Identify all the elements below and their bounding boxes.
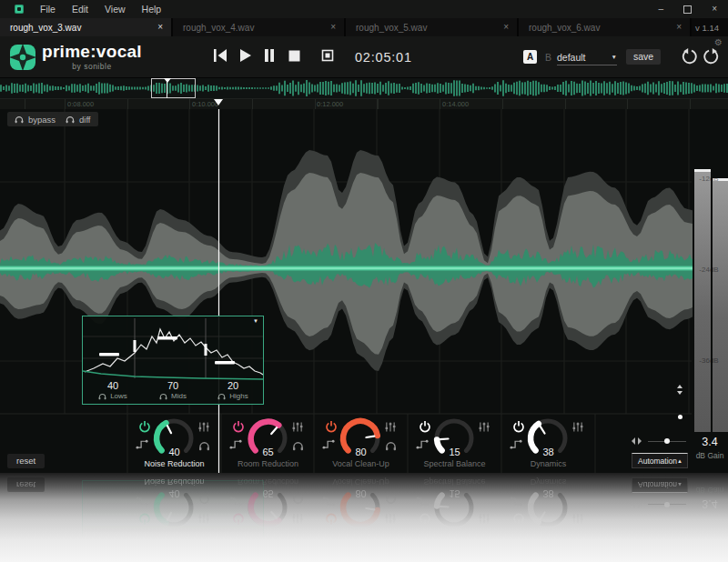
automation-dropdown[interactable]: Automation ▲ (632, 477, 688, 493)
lows-label: Lows (110, 392, 127, 400)
tab-close-icon[interactable]: × (676, 23, 682, 32)
collapse-popup-icon[interactable]: ▼ (253, 318, 258, 324)
module-spectral-balance: 15 Spectral Balance (408, 414, 501, 473)
knob-value: 15 (408, 488, 501, 499)
knob-value: 15 (408, 447, 501, 457)
mids-solo[interactable]: Mids (143, 392, 203, 400)
gear-icon[interactable]: ⚙ (714, 37, 723, 47)
menu-file[interactable]: File (40, 4, 56, 15)
settings-sliders-icon[interactable] (198, 421, 209, 433)
overview-playhead-handle[interactable] (164, 78, 171, 83)
time-ruler[interactable]: 0:08.000 0:10.000 0:12.000 0:14.000 (0, 98, 728, 109)
minimize-icon[interactable]: – (659, 5, 664, 14)
settings-sliders-icon[interactable] (479, 513, 490, 525)
solo-headphones-icon[interactable] (198, 441, 210, 451)
solo-headphones-icon[interactable] (292, 495, 304, 505)
ruler-label: 0:14.000 (442, 100, 469, 108)
module-noise-reduction: 40 Noise Reduction (127, 414, 221, 473)
spectral-editor-popup[interactable]: ▼ 40 70 20 L (82, 316, 264, 405)
reset-button[interactable]: reset (7, 477, 45, 492)
menu-help[interactable]: Help (142, 4, 162, 15)
waveform-overview[interactable] (0, 78, 728, 98)
stop-button[interactable] (287, 48, 301, 63)
settings-sliders-icon[interactable] (572, 513, 583, 525)
knob-value: 38 (501, 447, 595, 457)
slider-thumb[interactable] (664, 438, 670, 444)
maximize-icon[interactable] (683, 5, 692, 14)
solo-headphones-icon[interactable] (292, 441, 304, 451)
chevron-up-icon: ▲ (677, 458, 682, 464)
chevron-down-icon: ▼ (612, 54, 617, 60)
undo-icon[interactable] (681, 48, 697, 65)
transport-controls (213, 48, 334, 63)
tab-rough-vox-6[interactable]: rough_vox_6.wav × (519, 18, 692, 36)
tab-rough-vox-3[interactable]: rough_vox_3.wav × (0, 18, 173, 36)
redo-icon[interactable] (703, 48, 720, 65)
bypass-button[interactable]: bypass (7, 112, 63, 126)
tab-rough-vox-5[interactable]: rough_vox_5.wav × (346, 18, 519, 36)
menu-view[interactable]: View (105, 4, 126, 15)
save-button[interactable]: save (626, 49, 661, 65)
gain-meter-left (694, 169, 711, 432)
headphones-icon (159, 393, 167, 400)
gain-readout: 3.4 dB Gain (692, 486, 728, 510)
module-dynamics: 38 Dynamics (501, 414, 595, 473)
slider-thumb[interactable] (664, 502, 670, 507)
mid-high-handle (205, 344, 207, 356)
tab-close-icon[interactable]: × (503, 23, 509, 32)
knob-value: 38 (501, 488, 595, 499)
play-button[interactable] (238, 48, 252, 63)
overview-selection-box[interactable] (151, 78, 196, 98)
knob-label: Dynamics (501, 477, 595, 487)
settings-sliders-icon[interactable] (292, 421, 303, 433)
preset-b-button[interactable]: B (545, 52, 551, 63)
tab-label: rough_vox_3.wav (10, 23, 81, 33)
tab-rough-vox-4[interactable]: rough_vox_4.wav × (173, 18, 346, 36)
preset-dropdown[interactable]: default ▼ (557, 49, 617, 65)
highs-value[interactable]: 20 (203, 380, 263, 391)
tab-close-icon[interactable]: × (330, 23, 336, 32)
ab-preset-toggle: A B (523, 50, 551, 64)
knob-label: Spectral Balance (408, 459, 501, 468)
preset-a-button[interactable]: A (523, 50, 537, 64)
reset-button[interactable]: reset (7, 454, 45, 468)
settings-sliders-icon[interactable] (385, 513, 396, 525)
main-waveform-area[interactable]: bypass diff ▼ (0, 109, 728, 473)
settings-sliders-icon[interactable] (572, 421, 583, 433)
knob-label: Spectral Balance (408, 477, 501, 487)
spectrum-display[interactable] (83, 316, 263, 380)
menu-edit[interactable]: Edit (72, 4, 88, 15)
processor-row: 40 Noise Reduction 65 Room Reduction 80 … (0, 414, 728, 473)
lows-value[interactable]: 40 (83, 380, 143, 391)
settings-sliders-icon[interactable] (479, 421, 490, 433)
mids-value[interactable]: 70 (143, 380, 203, 391)
zoom-out-icon (677, 391, 682, 395)
highs-solo[interactable]: Highs (203, 392, 263, 400)
knob-label: Vocal Clean-Up (314, 477, 408, 487)
close-icon[interactable]: × (712, 5, 717, 14)
solo-headphones-icon[interactable] (385, 441, 397, 451)
tab-label: rough_vox_6.wav (529, 23, 600, 33)
settings-sliders-icon[interactable] (385, 421, 396, 433)
solo-headphones-icon[interactable] (385, 495, 397, 505)
tab-bar: rough_vox_3.wav × rough_vox_4.wav × roug… (0, 18, 728, 36)
lows-solo[interactable]: Lows (83, 392, 143, 400)
loop-button[interactable] (319, 48, 334, 63)
skip-to-start-button[interactable] (213, 48, 228, 63)
automation-label: Automation (638, 457, 677, 466)
tab-close-icon[interactable]: × (157, 23, 163, 32)
settings-sliders-icon[interactable] (292, 513, 303, 525)
diff-button[interactable]: diff (58, 112, 98, 126)
highs-gain-handle (215, 361, 235, 365)
automation-amount-slider[interactable] (632, 436, 688, 447)
automation-dropdown[interactable]: Automation ▲ (632, 453, 688, 468)
knob-label: Noise Reduction (127, 459, 221, 468)
module-dynamics: 38 Dynamics (501, 473, 595, 532)
gain-unit-label: dB Gain (692, 451, 728, 460)
ruler-label: 0:08.000 (67, 100, 94, 108)
playhead-marker[interactable] (214, 99, 223, 105)
automation-amount-slider[interactable] (632, 499, 688, 510)
app-byline: by sonible (42, 62, 142, 71)
gain-value: 3.4 (692, 497, 728, 510)
pause-button[interactable] (262, 48, 277, 63)
